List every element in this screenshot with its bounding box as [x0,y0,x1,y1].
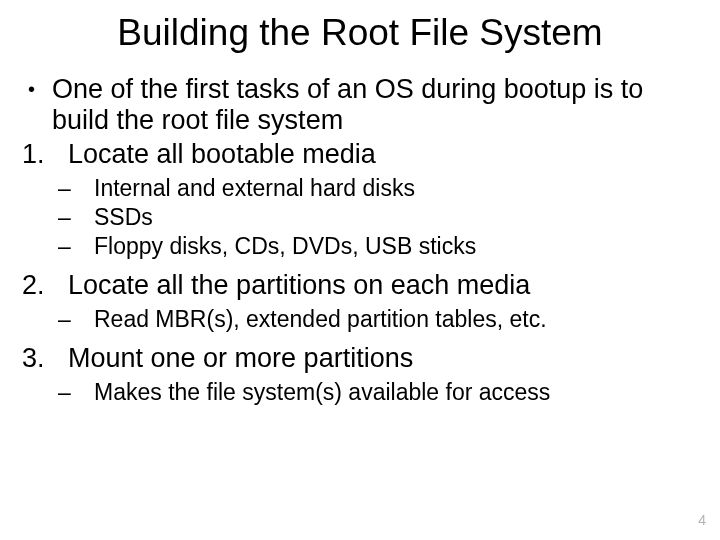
slide-body: • One of the first tasks of an OS during… [22,74,698,407]
step-1-sub-3: – Floppy disks, CDs, DVDs, USB sticks [54,232,698,261]
dash-icon: – [54,203,94,232]
step-2-text: Locate all the partitions on each media [68,269,698,301]
step-2-sub-1: – Read MBR(s), extended partition tables… [54,305,698,334]
intro-bullet: • One of the first tasks of an OS during… [22,74,698,136]
dash-icon: – [54,378,94,407]
step-3: 3. Mount one or more partitions [22,342,698,374]
step-1-sub-3-text: Floppy disks, CDs, DVDs, USB sticks [94,232,698,261]
dash-icon: – [54,232,94,261]
page-number: 4 [698,512,706,528]
slide-title: Building the Root File System [0,12,720,54]
step-3-number: 3. [22,342,68,374]
step-1-sub-1-text: Internal and external hard disks [94,174,698,203]
step-1-sub-1: – Internal and external hard disks [54,174,698,203]
step-1: 1. Locate all bootable media [22,138,698,170]
slide: Building the Root File System • One of t… [0,0,720,540]
bullet-dot-icon: • [22,74,52,104]
dash-icon: – [54,174,94,203]
step-1-number: 1. [22,138,68,170]
step-1-text: Locate all bootable media [68,138,698,170]
step-3-text: Mount one or more partitions [68,342,698,374]
step-3-sub-1: – Makes the file system(s) available for… [54,378,698,407]
step-2-number: 2. [22,269,68,301]
step-1-sub-2-text: SSDs [94,203,698,232]
step-3-sub-1-text: Makes the file system(s) available for a… [94,378,698,407]
step-2: 2. Locate all the partitions on each med… [22,269,698,301]
step-2-sub-1-text: Read MBR(s), extended partition tables, … [94,305,698,334]
step-1-sub-2: – SSDs [54,203,698,232]
intro-text: One of the first tasks of an OS during b… [52,74,698,136]
dash-icon: – [54,305,94,334]
